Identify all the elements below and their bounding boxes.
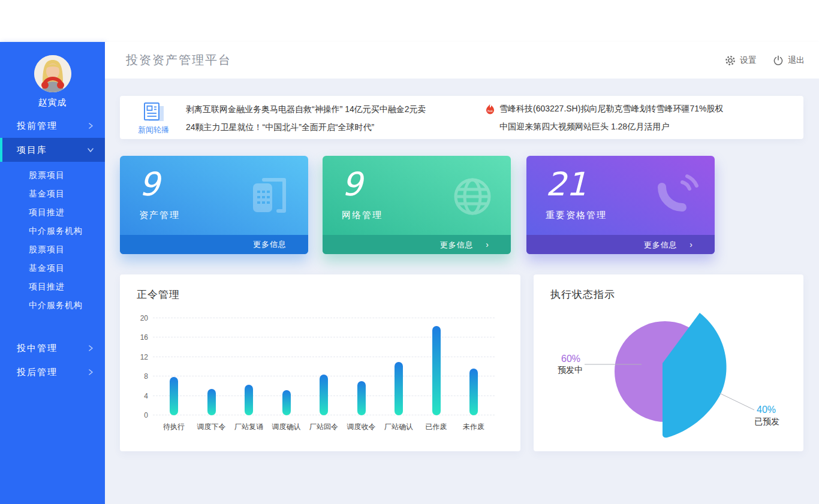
chevron-right-icon: › (486, 235, 489, 254)
sidebar-submenu-item[interactable]: 基金项目 (0, 259, 105, 277)
y-tick-label: 12 (133, 353, 148, 361)
sidebar-submenu-item[interactable]: 中介服务机构 (0, 296, 105, 315)
phone-icon (652, 174, 699, 221)
bar[interactable] (282, 390, 291, 415)
news-item[interactable]: hot 雪峰科技(603227.SH)拟向尼勒克雪峰划转雪峰环疆71%股权 (499, 104, 723, 114)
news-item-text: 雪峰科技(603227.SH)拟向尼勒克雪峰划转雪峰环疆71%股权 (499, 104, 723, 113)
bar-chart-panel: 正令管理 048121620待执行调度下令厂站复诵调度确认厂站回令调度收令厂站确… (120, 274, 520, 451)
bar[interactable] (432, 326, 441, 415)
x-category-label: 调度收令 (344, 422, 379, 432)
header-actions: 设置 退出 (724, 55, 805, 67)
bar[interactable] (469, 369, 478, 415)
bar-column: 厂站确认 (381, 318, 416, 415)
x-category-label: 厂站确认 (381, 422, 416, 432)
logout-button[interactable]: 退出 (772, 55, 805, 67)
stat-value: 9 (139, 165, 159, 203)
stat-value: 21 (546, 165, 587, 203)
bar[interactable] (207, 389, 216, 415)
stat-card-qualifications[interactable]: 21 重要资格管理 更多信息 › (526, 156, 715, 254)
x-category-label: 待执行 (156, 422, 191, 432)
card-footer[interactable]: 更多信息 › (526, 235, 715, 254)
sidebar-item-label: 投前管理 (17, 120, 58, 132)
chevron-right-icon (87, 345, 94, 352)
bar[interactable] (320, 375, 328, 415)
news-column-right: hot 雪峰科技(603227.SH)拟向尼勒克雪峰划转雪峰环疆71%股权 中国… (499, 96, 793, 139)
sidebar-submenu: 股票项目基金项目项目推进中介服务机构股票项目基金项目项目推进中介服务机构 (0, 166, 105, 315)
avatar-illustration (34, 55, 71, 92)
sidebar-submenu-item[interactable]: 中介服务机构 (0, 222, 105, 240)
y-tick-label: 16 (133, 333, 148, 342)
x-category-label: 厂站回令 (306, 422, 341, 432)
news-item[interactable]: 24颗主力卫星就位！“中国北斗”全面开启“全球时代” (186, 122, 374, 133)
chevron-right-icon (87, 369, 94, 376)
sidebar-submenu-item[interactable]: 基金项目 (0, 185, 105, 203)
news-item[interactable]: 中国迎来第四大视频网站巨头 1.28亿月活用户 (499, 122, 669, 132)
page-title: 投资资产管理平台 (126, 52, 231, 68)
card-footer[interactable]: 更多信息 › (323, 235, 511, 254)
sidebar-item-label: 投中管理 (17, 343, 58, 354)
chevron-down-icon (87, 146, 94, 153)
main-content: 新闻轮播 剥离互联网金融业务奥马电器自救“神操作” 14亿元买中融金2元卖 24… (105, 79, 819, 504)
bar-column: 未作废 (456, 318, 491, 415)
settings-label: 设置 (740, 55, 757, 66)
logout-label: 退出 (788, 55, 805, 66)
bar-column: 待执行 (156, 318, 191, 415)
x-category-label: 未作废 (456, 422, 491, 432)
bar[interactable] (245, 385, 253, 415)
bar-column: 调度收令 (344, 318, 379, 415)
x-category-label: 调度确认 (269, 422, 304, 432)
bar-columns: 待执行调度下令厂站复诵调度确认厂站回令调度收令厂站确认已作废未作废 (153, 318, 495, 415)
bar[interactable] (357, 381, 366, 415)
sidebar-item-label: 项目库 (17, 144, 47, 156)
hot-badge-icon: hot (484, 104, 496, 115)
sidebar-submenu-item[interactable]: 项目推进 (0, 277, 105, 296)
stat-card-network[interactable]: 9 网络管理 更多信息 › (323, 156, 511, 254)
more-info-link[interactable]: 更多信息 (440, 240, 474, 249)
sidebar-submenu-item[interactable]: 股票项目 (0, 240, 105, 259)
dashboard: 赵寅成 投前管理 项目库 股票项目基金项目项目推进中介服务机构股票项目基金项目项… (0, 0, 819, 504)
sidebar: 赵寅成 投前管理 项目库 股票项目基金项目项目推进中介服务机构股票项目基金项目项… (0, 42, 105, 504)
y-tick-label: 0 (133, 411, 148, 420)
chevron-right-icon (87, 122, 94, 129)
x-category-label: 调度下令 (194, 422, 229, 432)
card-footer[interactable]: 更多信息 › (120, 235, 308, 254)
pie-pct-pending: 60% (561, 354, 580, 364)
news-ticker: 新闻轮播 剥离互联网金融业务奥马电器自救“神操作” 14亿元买中融金2元卖 24… (120, 96, 803, 139)
news-ticker-label: 新闻轮播 (134, 125, 173, 135)
sidebar-item-pre-investment[interactable]: 投前管理 (0, 114, 105, 138)
building-icon (247, 174, 293, 219)
sidebar-item-mid-investment[interactable]: 投中管理 (0, 336, 105, 360)
sidebar-item-project-library[interactable]: 项目库 (0, 138, 105, 162)
bar-column: 厂站回令 (306, 318, 341, 415)
avatar[interactable] (34, 55, 71, 92)
news-icon-block: 新闻轮播 (134, 102, 173, 135)
sidebar-item-label: 投后管理 (17, 367, 58, 378)
sidebar-submenu-item[interactable]: 股票项目 (0, 166, 105, 185)
stat-card-assets[interactable]: 9 资产管理 更多信息 › (120, 156, 308, 254)
bar-plot: 048121620待执行调度下令厂站复诵调度确认厂站回令调度收令厂站确认已作废未… (153, 318, 495, 415)
nav-spacer (0, 315, 105, 336)
bar-column: 厂站复诵 (231, 318, 266, 415)
bar-column: 调度下令 (194, 318, 229, 415)
stat-label: 网络管理 (342, 210, 383, 221)
sidebar-item-post-investment[interactable]: 投后管理 (0, 360, 105, 384)
callout-line-right (719, 393, 754, 410)
x-category-label: 厂站复诵 (231, 422, 266, 432)
bar[interactable] (395, 362, 403, 415)
stat-label: 重要资格管理 (546, 210, 607, 221)
header: 投资资产管理平台 设置 退出 (105, 42, 819, 79)
username: 赵寅成 (0, 97, 105, 108)
y-tick-label: 8 (133, 372, 148, 381)
pie-label-released: 已预发 (754, 417, 779, 427)
power-icon (772, 55, 784, 67)
chevron-right-icon: › (689, 235, 693, 254)
more-info-link[interactable]: 更多信息 (644, 240, 678, 249)
pie-pct-released: 40% (757, 405, 776, 415)
globe-icon (450, 174, 495, 219)
news-item[interactable]: 剥离互联网金融业务奥马电器自救“神操作” 14亿元买中融金2元卖 (186, 104, 426, 115)
news-column-left: 剥离互联网金融业务奥马电器自救“神操作” 14亿元买中融金2元卖 24颗主力卫星… (186, 96, 480, 139)
bar[interactable] (170, 377, 178, 415)
settings-button[interactable]: 设置 (724, 55, 757, 67)
more-info-link[interactable]: 更多信息 (253, 240, 287, 249)
sidebar-submenu-item[interactable]: 项目推进 (0, 203, 105, 222)
